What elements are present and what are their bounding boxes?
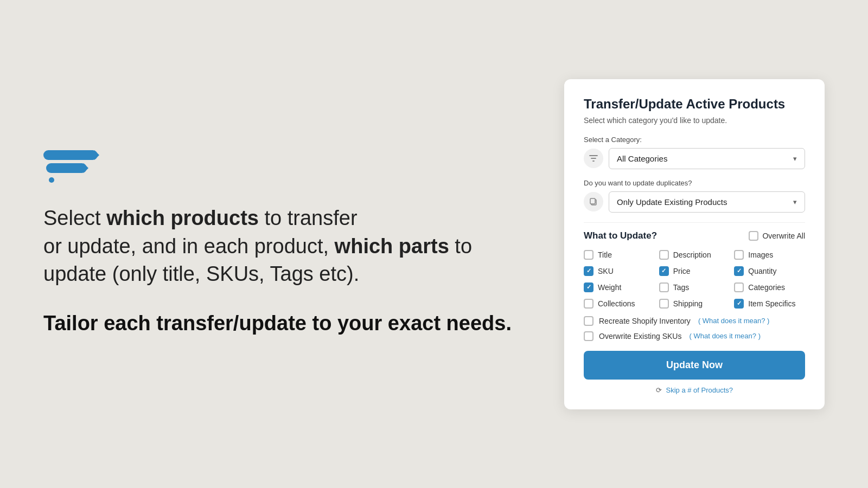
checkbox-categories[interactable]: Categories — [734, 282, 805, 292]
recreate-inventory-checkbox[interactable] — [584, 316, 593, 326]
checkbox-sku[interactable]: SKU — [584, 266, 655, 276]
card-title: Transfer/Update Active Products — [584, 97, 805, 112]
duplicates-label: Do you want to update duplicates? — [584, 179, 805, 187]
recreate-inventory-option[interactable]: Recreate Shopify Inventory ( What does i… — [584, 316, 805, 326]
checkbox-price[interactable]: Price — [659, 266, 730, 276]
main-description: Select which products to transferor upda… — [43, 204, 532, 288]
copy-icon — [584, 192, 603, 211]
checkbox-tags[interactable]: Tags — [659, 282, 730, 292]
chevron-down-icon-2: ▾ — [793, 198, 797, 206]
category-select-row: All Categories ▾ — [584, 148, 805, 169]
checkbox-images[interactable]: Images — [734, 250, 805, 260]
title-label: Title — [598, 251, 612, 259]
overwrite-skus-option[interactable]: Overwrite Existing SKUs ( What does it m… — [584, 331, 805, 341]
overwrite-skus-checkbox[interactable] — [584, 331, 593, 341]
category-label: Select a Category: — [584, 136, 805, 144]
checkbox-collections[interactable]: Collections — [584, 299, 655, 309]
checkbox-description[interactable]: Description — [659, 250, 730, 260]
skip-link[interactable]: Skip a # of Products? — [666, 386, 733, 394]
section-header: What to Update? Overwrite All — [584, 230, 805, 241]
bold-which-products: which products — [106, 207, 259, 229]
card-subtitle: Select which category you'd like to upda… — [584, 116, 805, 125]
weight-checkbox[interactable] — [584, 282, 593, 292]
overwrite-all-label: Overwrite All — [762, 232, 805, 240]
title-checkbox[interactable] — [584, 250, 593, 260]
checkbox-item-specifics[interactable]: Item Specifics — [734, 299, 805, 309]
recreate-inventory-label: Recreate Shopify Inventory — [599, 317, 691, 325]
duplicates-select-row: Only Update Existing Products ▾ — [584, 191, 805, 213]
item-specifics-checkbox[interactable] — [734, 299, 744, 309]
checkboxes-grid: Title Description Images SKU Price Qua — [584, 250, 805, 309]
overwrite-skus-label: Overwrite Existing SKUs — [599, 332, 681, 341]
bold-which-parts: which parts — [335, 235, 449, 258]
sku-label: SKU — [598, 267, 614, 275]
sub-description: Tailor each transfer/update to your exac… — [43, 310, 532, 337]
categories-label: Categories — [748, 283, 785, 292]
checkbox-title[interactable]: Title — [584, 250, 655, 260]
svg-rect-1 — [590, 198, 595, 204]
recreate-inventory-link[interactable]: ( What does it mean? ) — [698, 317, 770, 325]
checkbox-weight[interactable]: Weight — [584, 282, 655, 292]
overwrite-all-checkbox[interactable] — [749, 231, 758, 241]
sku-checkbox[interactable] — [584, 266, 593, 276]
tags-checkbox[interactable] — [659, 282, 669, 292]
price-checkbox[interactable] — [659, 266, 669, 276]
checkbox-shipping[interactable]: Shipping — [659, 299, 730, 309]
collections-checkbox[interactable] — [584, 299, 593, 309]
what-to-update-label: What to Update? — [584, 230, 657, 241]
categories-checkbox[interactable] — [734, 282, 744, 292]
divider — [584, 222, 805, 223]
duplicates-dropdown[interactable]: Only Update Existing Products ▾ — [609, 191, 805, 213]
right-panel: Transfer/Update Active Products Select w… — [564, 79, 825, 409]
images-label: Images — [748, 251, 773, 259]
app-logo — [43, 150, 532, 183]
update-now-button[interactable]: Update Now — [584, 351, 805, 380]
skip-icon: ⟳ — [656, 386, 662, 394]
description-checkbox[interactable] — [659, 250, 669, 260]
skip-row[interactable]: ⟳ Skip a # of Products? — [584, 386, 805, 394]
item-specifics-label: Item Specifics — [748, 299, 795, 308]
description-label: Description — [673, 251, 711, 259]
overwrite-skus-link[interactable]: ( What does it mean? ) — [689, 332, 761, 340]
shipping-label: Shipping — [673, 299, 703, 308]
transfer-card: Transfer/Update Active Products Select w… — [564, 79, 825, 409]
category-dropdown[interactable]: All Categories ▾ — [609, 148, 805, 169]
shipping-checkbox[interactable] — [659, 299, 669, 309]
quantity-checkbox[interactable] — [734, 266, 744, 276]
collections-label: Collections — [598, 299, 635, 308]
overwrite-all-row[interactable]: Overwrite All — [749, 231, 805, 241]
chevron-down-icon: ▾ — [793, 155, 797, 163]
filter-icon — [584, 149, 603, 168]
checkbox-quantity[interactable]: Quantity — [734, 266, 805, 276]
duplicates-value: Only Update Existing Products — [617, 197, 727, 207]
images-checkbox[interactable] — [734, 250, 744, 260]
left-panel: Select which products to transferor upda… — [0, 107, 564, 381]
weight-label: Weight — [598, 283, 621, 292]
category-value: All Categories — [617, 154, 667, 163]
quantity-label: Quantity — [748, 267, 776, 275]
price-label: Price — [673, 267, 691, 275]
extra-options: Recreate Shopify Inventory ( What does i… — [584, 316, 805, 341]
tags-label: Tags — [673, 283, 690, 292]
